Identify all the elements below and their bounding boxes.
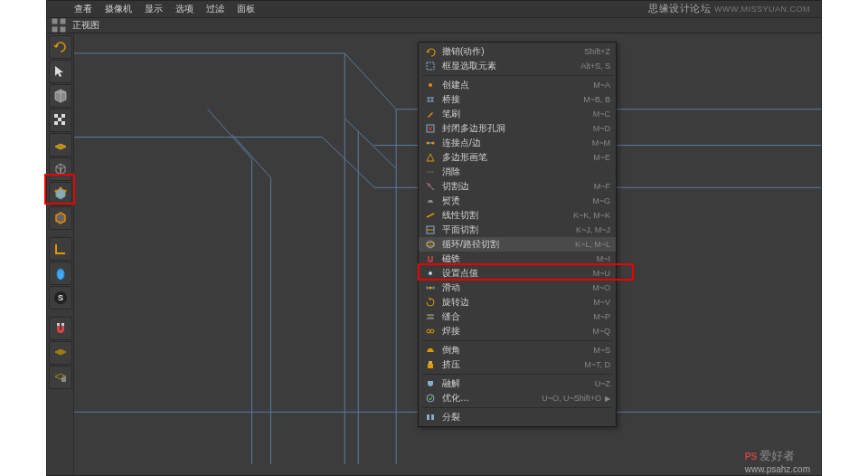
locked-workplane-icon[interactable] bbox=[49, 366, 72, 389]
svg-rect-5 bbox=[61, 114, 65, 118]
setval-icon: # bbox=[424, 267, 437, 280]
menu-display[interactable]: 显示 bbox=[145, 3, 163, 15]
ctx-iron[interactable]: 熨烫M~G bbox=[419, 194, 616, 208]
ctx-shortcut: M~P bbox=[593, 312, 610, 321]
menu-filter[interactable]: 过滤 bbox=[206, 3, 224, 15]
ctx-shortcut: Alt+S, S bbox=[580, 62, 610, 71]
connect-icon bbox=[424, 137, 437, 149]
ctx-shortcut: M~G bbox=[592, 196, 610, 205]
svg-point-35 bbox=[427, 395, 434, 402]
snap-s-icon[interactable]: S bbox=[49, 286, 72, 309]
axis-icon[interactable] bbox=[49, 237, 72, 261]
ctx-slide[interactable]: 滑动M~O bbox=[419, 281, 616, 295]
menu-view[interactable]: 查看 bbox=[74, 3, 92, 15]
ctx-magnet[interactable]: 磁铁M~I bbox=[419, 252, 616, 266]
close-icon bbox=[424, 122, 437, 135]
svg-rect-8 bbox=[61, 121, 65, 125]
svg-rect-16 bbox=[57, 323, 60, 326]
ctx-split[interactable]: 分裂 bbox=[419, 410, 616, 424]
ctx-spinedge[interactable]: 旋转边M~V bbox=[419, 295, 616, 309]
ctx-label: 笔刷 bbox=[442, 108, 593, 120]
undo-icon[interactable] bbox=[49, 35, 72, 59]
ctx-label: 滑动 bbox=[442, 281, 592, 294]
floor-icon[interactable] bbox=[49, 133, 72, 157]
move-icon[interactable] bbox=[49, 84, 72, 108]
ctx-bridge[interactable]: 桥接M~B, B bbox=[419, 92, 616, 107]
svg-rect-3 bbox=[61, 27, 66, 33]
live-select-icon[interactable] bbox=[49, 60, 72, 83]
edge-mode-icon[interactable] bbox=[49, 206, 72, 230]
ctx-label: 线性切割 bbox=[442, 209, 573, 222]
svg-rect-0 bbox=[52, 19, 58, 24]
workplane-icon[interactable] bbox=[49, 341, 72, 365]
svg-rect-7 bbox=[54, 121, 58, 125]
ctx-label: 桥接 bbox=[442, 93, 583, 106]
ctx-brush[interactable]: 笔刷M~C bbox=[419, 107, 616, 121]
ctx-extrude[interactable]: 挤压M~T, D bbox=[419, 357, 616, 372]
iron-icon bbox=[424, 195, 437, 207]
svg-rect-37 bbox=[431, 414, 434, 420]
svg-text:S: S bbox=[57, 293, 62, 302]
svg-rect-34 bbox=[429, 361, 432, 364]
svg-point-9 bbox=[59, 187, 61, 190]
extrude-icon bbox=[424, 358, 437, 371]
left-toolbar: S bbox=[47, 33, 74, 475]
ctx-connect[interactable]: 连接点/边M~M bbox=[419, 136, 616, 150]
svg-rect-4 bbox=[54, 114, 58, 118]
ctx-melt[interactable]: 融解U~Z bbox=[419, 376, 616, 391]
ctx-undo[interactable]: 撤销(动作)Shift+Z bbox=[419, 44, 616, 59]
svg-rect-1 bbox=[61, 19, 66, 24]
ctx-label: 设置点值 bbox=[442, 267, 593, 280]
ctx-shortcut: M~V bbox=[593, 298, 610, 307]
menu-options[interactable]: 选项 bbox=[175, 3, 193, 15]
menu-camera[interactable]: 摄像机 bbox=[105, 3, 132, 15]
ctx-label: 切割边 bbox=[442, 180, 594, 193]
ctx-label: 封闭多边形孔洞 bbox=[442, 122, 593, 135]
ctx-shortcut: M~I bbox=[597, 254, 610, 263]
mouse-icon[interactable] bbox=[49, 262, 72, 285]
magnet-icon[interactable] bbox=[49, 317, 72, 340]
ctx-frame[interactable]: 框显选取元素Alt+S, S bbox=[419, 59, 616, 73]
ctx-label: 连接点/边 bbox=[442, 137, 592, 149]
bridge-icon bbox=[424, 93, 437, 106]
split-icon bbox=[424, 411, 437, 424]
svg-rect-17 bbox=[61, 323, 64, 326]
viewport-config-icon[interactable] bbox=[51, 17, 67, 33]
ctx-label: 融解 bbox=[442, 377, 595, 390]
ctx-shortcut: M~U bbox=[593, 269, 610, 278]
ctx-label: 循环/路径切割 bbox=[442, 238, 575, 251]
stitch-icon bbox=[424, 310, 437, 323]
ctx-shortcut: M~F bbox=[594, 182, 610, 191]
ctx-weld[interactable]: 焊接M~Q bbox=[419, 324, 616, 338]
ctx-shortcut: M~B, B bbox=[583, 95, 610, 104]
magnet-icon bbox=[424, 252, 437, 265]
ctx-setval[interactable]: #设置点值M~U bbox=[419, 266, 616, 281]
ctx-loopcut[interactable]: 循环/路径切割K~L, M~L bbox=[419, 237, 616, 252]
ctx-point[interactable]: 创建点M~A bbox=[419, 78, 616, 92]
point-mode-icon[interactable] bbox=[49, 182, 72, 205]
ctx-planecut[interactable]: 平面切割K~J, M~J bbox=[419, 223, 616, 237]
svg-point-32 bbox=[430, 329, 434, 333]
ctx-optimize[interactable]: 优化…U~O, U~Shift+O▶ bbox=[419, 391, 616, 405]
context-menu: 撤销(动作)Shift+Z框显选取元素Alt+S, S创建点M~A桥接M~B, … bbox=[418, 42, 617, 427]
ctx-dissolve[interactable]: 消除 bbox=[419, 165, 616, 179]
svg-point-20 bbox=[429, 83, 432, 87]
svg-rect-2 bbox=[52, 27, 58, 33]
ctx-linecut[interactable]: 线性切割K~K, M~K bbox=[419, 208, 616, 223]
ctx-bevel[interactable]: 倒角M~S bbox=[419, 343, 616, 357]
svg-point-11 bbox=[54, 190, 57, 193]
ctx-cutedge[interactable]: 切割边M~F bbox=[419, 179, 616, 194]
melt-icon bbox=[424, 377, 437, 390]
ctx-stitch[interactable]: 缝合M~P bbox=[419, 309, 616, 324]
ctx-shortcut: M~M bbox=[592, 138, 610, 148]
svg-point-30 bbox=[429, 287, 432, 290]
checker-icon[interactable] bbox=[49, 109, 72, 132]
ctx-polypen[interactable]: 多边形画笔M~E bbox=[419, 150, 616, 165]
ctx-label: 分裂 bbox=[442, 411, 610, 424]
menu-panel[interactable]: 面板 bbox=[237, 3, 255, 15]
ctx-label: 磁铁 bbox=[442, 252, 597, 265]
ctx-shortcut: M~D bbox=[593, 124, 610, 133]
ctx-label: 创建点 bbox=[442, 79, 593, 91]
ctx-close[interactable]: 封闭多边形孔洞M~D bbox=[419, 121, 616, 136]
model-mode-icon[interactable] bbox=[49, 157, 72, 181]
